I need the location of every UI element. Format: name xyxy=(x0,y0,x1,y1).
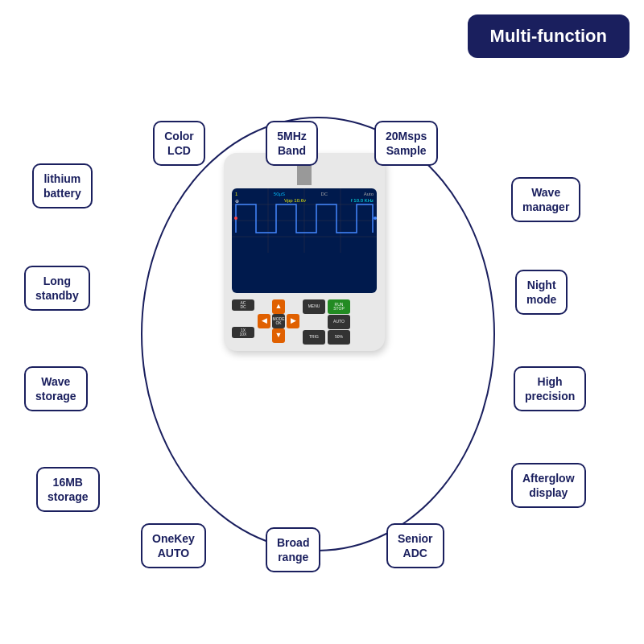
feature-color-lcd: Color LCD xyxy=(153,121,205,166)
feature-20msps-sample: 20Msps Sample xyxy=(374,121,438,166)
feature-onekey-auto: OneKey AUTO xyxy=(141,523,206,568)
title-badge: Multi-function xyxy=(468,14,630,58)
feature-broad-range: Broad range xyxy=(266,527,320,572)
feature-5mhz-band: 5MHz Band xyxy=(266,121,318,166)
feature-long-standby: Long standby xyxy=(24,266,90,311)
title-text: Multi-function xyxy=(490,26,607,46)
feature-16mb-storage: 16MB storage xyxy=(36,467,100,512)
feature-wave-manager: Wave manager xyxy=(511,177,580,222)
feature-afterglow-display: Afterglow display xyxy=(511,463,586,508)
feature-lithium-battery: lithium battery xyxy=(32,163,93,208)
feature-night-mode: Night mode xyxy=(515,270,568,315)
svg-point-6 xyxy=(234,217,237,220)
svg-point-7 xyxy=(374,217,377,220)
feature-high-precision: High precision xyxy=(514,366,586,411)
feature-wave-storage: Wave storage xyxy=(24,366,88,411)
device-illustration: 1 50μS DC Auto ⊕ xyxy=(224,153,385,351)
feature-senior-adc: Senior ADC xyxy=(386,523,444,568)
